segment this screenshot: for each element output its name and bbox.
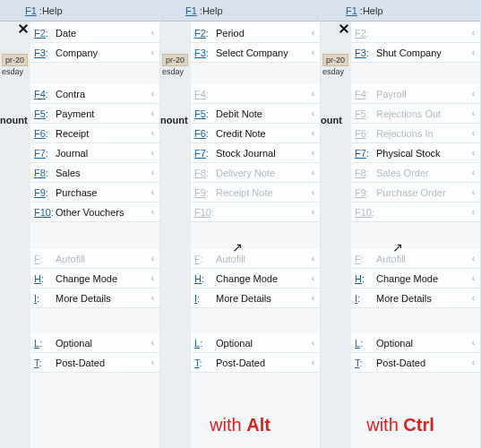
shortcut-key: T: — [194, 358, 216, 368]
day-fragment: esday — [162, 67, 184, 76]
chevron-left-icon: ‹ — [151, 273, 154, 283]
left-strip — [321, 22, 351, 448]
chevron-left-icon: ‹ — [312, 108, 314, 118]
caption: with Ctrl — [321, 415, 480, 435]
chevron-left-icon: ‹ — [472, 168, 475, 177]
shortcut-key: F4: — [34, 89, 56, 99]
shortcut-key: F9: — [34, 187, 56, 198]
header-label: Help — [42, 5, 63, 16]
shortcut-item[interactable]: T:Post-Dated‹ — [191, 353, 320, 373]
shortcut-key: F3: — [194, 47, 216, 58]
shortcut-label: Purchase — [56, 187, 97, 198]
shortcut-key: F2: — [355, 28, 376, 39]
shortcut-item[interactable]: T:Post-Dated‹ — [30, 353, 159, 373]
help-header[interactable]: F1: Help — [160, 0, 320, 22]
shortcut-item[interactable]: F7:Journal‹ — [30, 143, 159, 163]
date-fragment: pr-20 — [162, 54, 188, 66]
shortcut-item[interactable]: F4:Contra‹ — [30, 84, 159, 104]
chevron-left-icon: ‹ — [312, 187, 314, 197]
shortcut-label: Other Vouchers — [56, 207, 124, 218]
chevron-left-icon: ‹ — [151, 254, 154, 263]
shortcut-key: H: — [34, 273, 56, 284]
close-icon[interactable] — [18, 23, 29, 34]
close-icon[interactable] — [339, 23, 349, 34]
shortcut-item[interactable]: T:Post-Dated‹ — [351, 353, 480, 373]
shortcut-label: Rejections Out — [376, 108, 441, 119]
help-header[interactable]: F1: Help — [321, 0, 480, 22]
amount-fragment: nount — [160, 115, 188, 125]
shortcut-label: Rejections In — [376, 128, 434, 139]
shortcut-item[interactable]: F6:Credit Note‹ — [191, 124, 320, 143]
shortcut-key: F8: — [34, 168, 56, 178]
shortcut-item[interactable]: F10:Other Vouchers‹ — [30, 202, 159, 222]
shortcut-item[interactable]: F5:Debit Note‹ — [191, 104, 320, 124]
shortcut-item[interactable]: L:Optional‹ — [351, 333, 480, 353]
shortcut-item[interactable]: F7:Stock Journal‹ — [191, 143, 320, 163]
shortcut-label: Autofill — [56, 254, 85, 264]
shortcut-list: F2:Date‹F3:Company‹F4:Contra‹F5:Payment‹… — [30, 22, 159, 373]
shortcut-key: F10: — [194, 207, 216, 218]
header-key: F1 — [346, 5, 357, 16]
day-fragment: esday — [322, 67, 344, 76]
shortcut-item[interactable]: F8:Sales‹ — [30, 163, 159, 183]
chevron-left-icon: ‹ — [151, 28, 154, 38]
shortcut-label: Stock Journal — [216, 148, 276, 159]
shortcut-item[interactable]: L:Optional‹ — [191, 333, 320, 353]
shortcut-key: T: — [34, 358, 56, 368]
shortcut-item[interactable]: F2:Period‹ — [191, 23, 320, 43]
shortcut-item[interactable]: F2:Date‹ — [30, 23, 159, 43]
shortcut-item[interactable]: F6:Receipt‹ — [30, 124, 159, 143]
shortcut-item[interactable]: I:More Details‹ — [30, 289, 159, 308]
panel-ctrl: F1: Helppr-20esdayountF2:‹F3:Shut Compan… — [321, 0, 481, 448]
header-key: F1 — [185, 5, 197, 16]
shortcut-item[interactable]: H:Change Mode‹ — [191, 269, 320, 289]
chevron-left-icon: ‹ — [472, 89, 475, 99]
chevron-left-icon: ‹ — [151, 108, 154, 118]
chevron-left-icon: ‹ — [151, 187, 154, 197]
chevron-left-icon: ‹ — [472, 148, 475, 158]
shortcut-label: Debit Note — [216, 108, 262, 119]
shortcut-key: F8: — [355, 168, 376, 178]
shortcut-item[interactable]: F7:Physical Stock‹ — [351, 143, 480, 163]
shortcut-item[interactable]: F3:Company‹ — [30, 43, 159, 63]
chevron-left-icon: ‹ — [472, 254, 475, 263]
chevron-left-icon: ‹ — [472, 293, 475, 303]
help-header[interactable]: F1: Help — [0, 0, 159, 22]
shortcut-label: Optional — [376, 338, 413, 349]
shortcut-item[interactable]: F3:Shut Company‹ — [351, 43, 480, 63]
shortcut-item[interactable]: F3:Select Company‹ — [191, 43, 320, 63]
group-gap — [351, 222, 480, 249]
shortcut-list: F2:Period‹F3:Select Company‹F4:‹F5:Debit… — [191, 22, 320, 373]
shortcut-key: F5: — [194, 108, 216, 119]
shortcut-item: F4:‹ — [191, 84, 320, 104]
shortcut-item[interactable]: I:More Details‹ — [191, 289, 320, 308]
chevron-left-icon: ‹ — [312, 89, 314, 99]
shortcut-label: Payroll — [376, 89, 407, 99]
chevron-left-icon: ‹ — [312, 207, 314, 217]
shortcut-label: Date — [56, 28, 76, 39]
chevron-left-icon: ‹ — [151, 207, 154, 217]
shortcut-label: Payment — [56, 108, 94, 119]
shortcut-label: Autofill — [216, 254, 245, 264]
chevron-left-icon: ‹ — [312, 358, 314, 367]
shortcut-item: F8:Sales Order‹ — [351, 163, 480, 183]
shortcut-item[interactable]: H:Change Mode‹ — [351, 269, 480, 289]
chevron-left-icon: ‹ — [472, 128, 475, 138]
shortcut-key: F3: — [355, 47, 376, 58]
shortcut-item: F:Autofill‹ — [30, 249, 159, 269]
chevron-left-icon: ‹ — [151, 358, 154, 367]
shortcut-label: Select Company — [216, 47, 288, 58]
chevron-left-icon: ‹ — [472, 108, 475, 118]
shortcut-label: Physical Stock — [376, 148, 441, 159]
shortcut-item[interactable]: I:More Details‹ — [351, 289, 480, 308]
shortcut-item[interactable]: F5:Payment‹ — [30, 104, 159, 124]
shortcut-item[interactable]: F9:Purchase‹ — [30, 183, 159, 202]
header-label: Help — [363, 5, 383, 16]
shortcut-key: L: — [194, 338, 216, 349]
shortcut-key: F5: — [355, 108, 376, 119]
shortcut-item[interactable]: L:Optional‹ — [30, 333, 159, 353]
day-fragment: esday — [2, 67, 23, 76]
shortcut-item[interactable]: H:Change Mode‹ — [30, 269, 159, 289]
shortcut-item: F9:Receipt Note‹ — [191, 183, 320, 202]
shortcut-label: Optional — [216, 338, 253, 349]
